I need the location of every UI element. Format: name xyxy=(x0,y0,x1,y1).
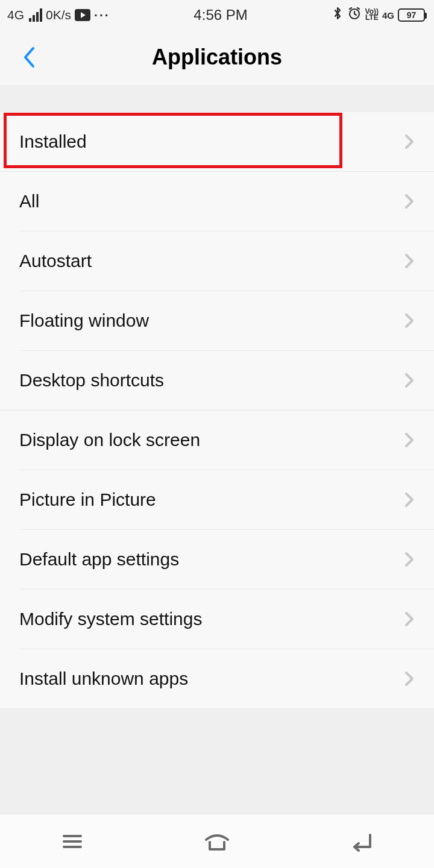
status-time: 4:56 PM xyxy=(110,7,332,24)
status-right: Vo)) LTE 4G 97 xyxy=(332,6,425,24)
chevron-right-icon xyxy=(404,133,415,151)
more-icon: ··· xyxy=(94,8,110,22)
network-2-label: 4G xyxy=(382,10,394,20)
spacer xyxy=(0,84,434,112)
chevron-right-icon xyxy=(404,670,415,688)
list-item-label: Default app settings xyxy=(19,549,404,570)
list-item-label: Display on lock screen xyxy=(19,430,404,450)
navigation-bar xyxy=(0,814,434,868)
chevron-right-icon xyxy=(404,312,415,330)
back-button[interactable] xyxy=(17,45,41,69)
list-item-label: Floating window xyxy=(19,310,404,331)
chevron-right-icon xyxy=(404,371,415,389)
chevron-right-icon xyxy=(404,491,415,509)
list-item-installed[interactable]: Installed xyxy=(0,112,434,171)
list-item-label: Install unknown apps xyxy=(19,668,404,689)
video-icon xyxy=(75,9,90,21)
list-item-picture-in-picture[interactable]: Picture in Picture xyxy=(0,470,434,529)
list-item-modify-system-settings[interactable]: Modify system settings xyxy=(0,590,434,649)
bluetooth-icon xyxy=(332,6,344,24)
status-bar: 4G 0K/s ··· 4:56 PM Vo)) LTE 4G 97 xyxy=(0,0,434,30)
list-item-autostart[interactable]: Autostart xyxy=(0,231,434,291)
list-item-floating-window[interactable]: Floating window xyxy=(0,291,434,350)
home-button[interactable] xyxy=(199,826,235,857)
home-icon xyxy=(203,831,231,852)
back-icon xyxy=(348,831,375,852)
data-speed: 0K/s xyxy=(46,8,71,22)
list-item-label: Picture in Picture xyxy=(19,489,404,510)
list-item-default-app-settings[interactable]: Default app settings xyxy=(0,530,434,589)
signal-icon xyxy=(29,8,42,22)
list-item-label: Installed xyxy=(19,131,404,152)
list-item-label: Autostart xyxy=(19,251,404,271)
network-label: 4G xyxy=(7,8,24,22)
chevron-right-icon xyxy=(404,431,415,449)
list-item-desktop-shortcuts[interactable]: Desktop shortcuts xyxy=(0,351,434,410)
list-item-label: Desktop shortcuts xyxy=(19,370,404,391)
chevron-right-icon xyxy=(404,252,415,270)
list-item-label: Modify system settings xyxy=(19,609,404,629)
chevron-right-icon xyxy=(404,550,415,568)
chevron-right-icon xyxy=(404,192,415,210)
volte-icon: Vo)) LTE xyxy=(365,9,379,20)
nav-back-button[interactable] xyxy=(344,826,380,857)
alarm-icon xyxy=(347,6,362,24)
recent-apps-button[interactable] xyxy=(54,826,90,857)
menu-icon xyxy=(60,832,84,851)
app-header: Applications xyxy=(0,30,434,84)
list-item-display-on-lock-screen[interactable]: Display on lock screen xyxy=(0,410,434,470)
settings-list: Installed All Autostart Floating window … xyxy=(0,112,434,708)
list-item-install-unknown-apps[interactable]: Install unknown apps xyxy=(0,649,434,708)
chevron-right-icon xyxy=(404,610,415,628)
chevron-left-icon xyxy=(22,46,36,69)
status-left: 4G 0K/s ··· xyxy=(7,8,110,22)
list-item-label: All xyxy=(19,191,404,212)
page-title: Applications xyxy=(0,45,434,70)
battery-icon: 97 xyxy=(398,8,425,22)
list-item-all[interactable]: All xyxy=(0,172,434,231)
